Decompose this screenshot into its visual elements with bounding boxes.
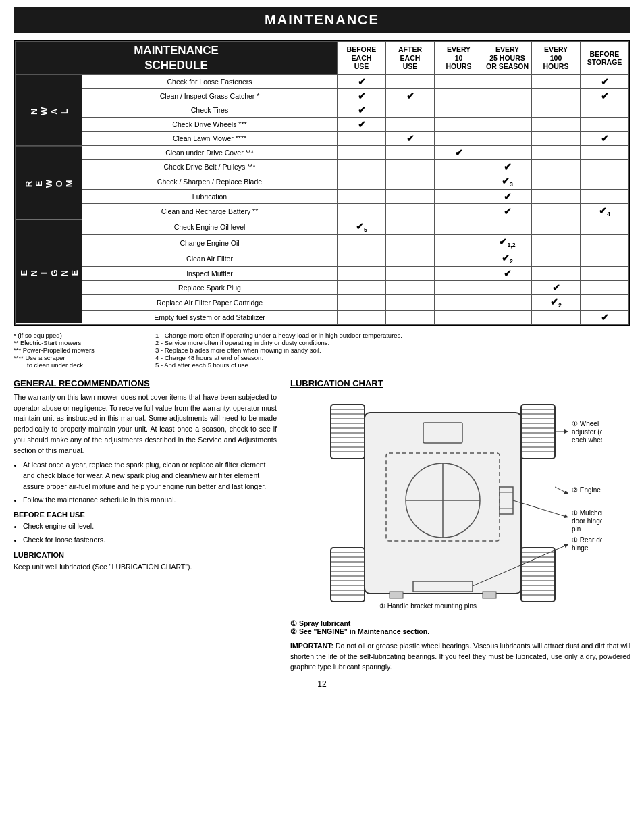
footnote-item: ** Electric-Start mowers: [14, 339, 149, 346]
table-row: Change Engine Oil ✔1,2: [16, 235, 629, 251]
check-cell: [435, 204, 483, 219]
check-cell: [483, 146, 532, 160]
section-label-engine: ENGINE: [16, 219, 82, 324]
check-cell: [338, 294, 386, 310]
check-cell: [532, 132, 581, 146]
check-cell: ✔: [386, 89, 435, 103]
col-every10: EVERY10HOURS: [435, 42, 483, 75]
task-name: Check Tires: [82, 103, 338, 118]
table-row: Check / Sharpen / Replace Blade ✔3: [16, 174, 629, 190]
check-cell: [338, 146, 386, 160]
check-cell: [532, 251, 581, 266]
check-cell: [435, 280, 483, 294]
check-cell: [483, 219, 532, 235]
check-cell: [386, 146, 435, 160]
check-cell: [581, 160, 629, 174]
check-cell: [532, 75, 581, 89]
svg-rect-55: [483, 592, 496, 598]
check-cell: [435, 75, 483, 89]
check-cell: [581, 103, 629, 118]
task-name: Check Engine Oil level: [82, 219, 338, 235]
important-text: IMPORTANT: Do not oil or grease plastic …: [290, 641, 630, 673]
table-row: Inspect Muffler ✔: [16, 266, 629, 280]
check-cell: [386, 103, 435, 118]
check-cell: [435, 174, 483, 190]
check-cell: [338, 132, 386, 146]
check-cell: ✔3: [483, 174, 532, 190]
check-cell: [581, 251, 629, 266]
check-cell: [386, 280, 435, 294]
check-cell: ✔: [435, 146, 483, 160]
task-name: Check Drive Wheels ***: [82, 118, 338, 132]
lub-note-2-text: ② See "ENGINE" in Maintenance section.: [290, 627, 429, 635]
footnotes: * (if so equipped) ** Electric-Start mow…: [14, 332, 630, 369]
page-title: MAINTENANCE: [14, 7, 630, 33]
schedule-title-line1: MAINTENANCE: [18, 43, 334, 58]
before-each-use-list: Check engine oil level. Check for loose …: [14, 521, 277, 546]
gen-rec-body: The warranty on this lawn mower does not…: [14, 392, 277, 457]
task-name: Clean Lawn Mower ****: [82, 132, 338, 146]
before-each-use-title: BEFORE EACH USE: [14, 511, 277, 519]
svg-rect-22: [331, 548, 365, 602]
table-row: Replace Spark Plug ✔: [16, 280, 629, 294]
maintenance-table-wrapper: MAINTENANCE SCHEDULE BEFOREEACHUSE AFTER…: [14, 40, 630, 326]
check-cell: ✔: [581, 89, 629, 103]
check-cell: [581, 174, 629, 190]
check-cell: ✔: [386, 132, 435, 146]
svg-text:door hinge: door hinge: [572, 517, 602, 525]
check-cell: [386, 251, 435, 266]
section-label-mower: MOWER: [16, 146, 82, 219]
section-label-lawn: LAWN: [16, 75, 82, 146]
check-cell: [483, 132, 532, 146]
table-row: Lubrication ✔: [16, 190, 629, 204]
check-cell: [581, 146, 629, 160]
check-cell: [532, 310, 581, 324]
task-name: Clean and Recharge Battery **: [82, 204, 338, 219]
table-row: ENGINE Check Engine Oil level ✔5: [16, 219, 629, 235]
footnote-item: *** Power-Propelled mowers: [14, 346, 149, 354]
svg-text:① Mulcher: ① Mulcher: [572, 509, 602, 517]
footnote-item: 2 - Service more often if operating in d…: [155, 339, 630, 346]
check-cell: ✔1,2: [483, 235, 532, 251]
check-cell: ✔2: [532, 294, 581, 310]
check-cell: [532, 103, 581, 118]
table-row: Check Tires ✔: [16, 103, 629, 118]
important-body: Do not oil or grease plastic wheel beari…: [290, 642, 630, 671]
list-item: Check engine oil level.: [23, 521, 277, 532]
check-cell: [386, 204, 435, 219]
check-cell: ✔: [581, 75, 629, 89]
check-cell: [435, 103, 483, 118]
lubrication-body: Keep unit well lubricated (See "LUBRICAT…: [14, 562, 277, 573]
footnotes-right: 1 - Change more often if operating under…: [155, 332, 630, 369]
lubrication-sub-title: LUBRICATION: [14, 551, 277, 559]
check-cell: [581, 118, 629, 132]
check-cell: [386, 190, 435, 204]
table-row: Clean and Recharge Battery ** ✔ ✔4: [16, 204, 629, 219]
gen-rec-title: GENERAL RECOMMENDATIONS: [14, 378, 277, 388]
check-cell: [435, 132, 483, 146]
check-cell: [435, 310, 483, 324]
svg-text:adjuster (on: adjuster (on: [572, 428, 602, 436]
svg-rect-0: [331, 405, 365, 459]
col-every100: EVERY100HOURS: [532, 42, 581, 75]
footnote-item: to clean under deck: [14, 361, 149, 369]
check-cell: ✔: [338, 75, 386, 89]
footnote-item: 1 - Change more often if operating under…: [155, 332, 630, 339]
check-cell: ✔: [483, 190, 532, 204]
check-cell: ✔5: [338, 219, 386, 235]
check-cell: [386, 75, 435, 89]
check-cell: [338, 174, 386, 190]
check-cell: [338, 160, 386, 174]
check-cell: ✔: [483, 266, 532, 280]
lub-notes: ① Spray lubricant ② See "ENGINE" in Main…: [290, 619, 630, 635]
maintenance-table: MAINTENANCE SCHEDULE BEFOREEACHUSE AFTER…: [15, 41, 629, 325]
table-row: Clean Lawn Mower **** ✔ ✔: [16, 132, 629, 146]
check-cell: [581, 294, 629, 310]
check-cell: [483, 118, 532, 132]
svg-text:① Rear door: ① Rear door: [572, 536, 602, 544]
svg-rect-33: [521, 548, 555, 602]
table-row: Clean / Inspect Grass Catcher * ✔ ✔ ✔: [16, 89, 629, 103]
schedule-title-line2: SCHEDULE: [18, 58, 334, 73]
svg-rect-54: [390, 592, 403, 598]
check-cell: [581, 235, 629, 251]
